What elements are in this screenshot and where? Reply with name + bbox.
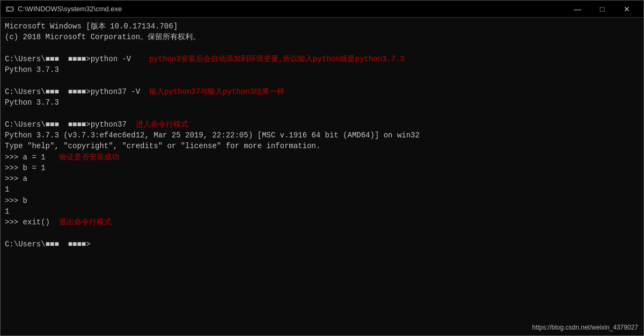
terminal-line: Microsoft Windows [版本 10.0.17134.706] (5, 21, 639, 32)
terminal-line: >>> exit() 退出命令行模式 (5, 217, 639, 228)
minimize-button[interactable]: — (565, 1, 590, 18)
terminal-line (5, 108, 639, 119)
title-bar: C:\ C:\WINDOWS\system32\cmd.exe — □ ✕ (1, 1, 643, 18)
terminal-line: 1 (5, 184, 639, 195)
terminal-area: Microsoft Windows [版本 10.0.17134.706](c)… (1, 18, 643, 335)
terminal-line (5, 43, 639, 54)
terminal-line: >>> b (5, 195, 639, 206)
terminal-line: Python 3.7.3 (5, 64, 639, 75)
terminal-line: >>> b = 1 (5, 163, 639, 173)
window-controls: — □ ✕ (565, 1, 639, 18)
terminal-line: (c) 2018 Microsoft Corporation。保留所有权利。 (5, 32, 639, 42)
terminal-line: C:\Users\■■■ ■■■■>python37 -V 输入python37… (5, 86, 639, 97)
maximize-button[interactable]: □ (590, 1, 614, 18)
watermark: https://blog.csdn.net/weixin_4379027 (532, 324, 638, 331)
terminal-line: C:\Users\■■■ ■■■■> (5, 239, 639, 250)
terminal-line: Python 3.7.3 (v3.7.3:ef4ec6ed12, Mar 25 … (5, 130, 639, 141)
cmd-icon: C:\ (5, 4, 14, 14)
terminal-line (5, 228, 639, 239)
window-title: C:\WINDOWS\system32\cmd.exe (18, 5, 565, 13)
terminal-line: 1 (5, 206, 639, 217)
terminal-line: C:\Users\■■■ ■■■■>python37 进入命令行模式 (5, 119, 639, 130)
terminal-output: Microsoft Windows [版本 10.0.17134.706](c)… (5, 21, 639, 250)
close-button[interactable]: ✕ (614, 1, 639, 18)
terminal-line: Python 3.7.3 (5, 97, 639, 108)
terminal-line: C:\Users\■■■ ■■■■>python -V python3安装后会自… (5, 54, 639, 64)
terminal-line (5, 75, 639, 86)
cmd-window: C:\ C:\WINDOWS\system32\cmd.exe — □ ✕ Mi… (0, 0, 644, 336)
terminal-line: Type "help", "copyright", "credits" or "… (5, 141, 639, 151)
terminal-line: >>> a (5, 173, 639, 184)
terminal-line: >>> a = 1 验证是否安装成功 (5, 152, 639, 163)
svg-text:C:\: C:\ (7, 7, 14, 12)
